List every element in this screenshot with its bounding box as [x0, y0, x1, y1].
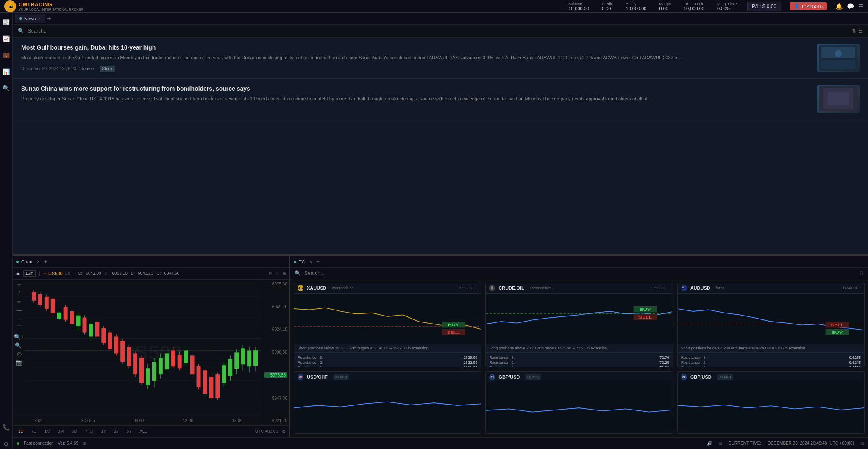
- tc-card-gbpusd2[interactable]: 🇬🇧 GBP/USD 30 MIN: [677, 371, 865, 434]
- chart-config-icon[interactable]: ⚙: [281, 429, 286, 435]
- time-3: 06:00: [134, 419, 144, 423]
- margin-level-value: 0.00%: [717, 6, 730, 11]
- sidebar-phone-icon[interactable]: 📞: [1, 422, 11, 432]
- menu-icon[interactable]: ☰: [858, 3, 864, 10]
- user-badge[interactable]: 👤 61455018: [790, 2, 827, 10]
- svg-text:BUY: BUY: [640, 308, 651, 311]
- news-tab[interactable]: News ×: [15, 14, 45, 23]
- add-tab-button[interactable]: +: [45, 15, 53, 22]
- tf-5y[interactable]: 5Y: [125, 428, 134, 435]
- time-4: 12:00: [183, 419, 193, 423]
- svg-rect-74: [215, 374, 220, 398]
- current-time-label: CURRENT TIME:: [728, 441, 761, 446]
- settings-icon[interactable]: ⊟: [718, 441, 722, 446]
- time-5: 18:00: [232, 419, 242, 423]
- usdchf-icon: 🇺🇸: [298, 374, 303, 380]
- version-icon[interactable]: ⊞: [83, 441, 86, 446]
- sidebar-portfolio-icon[interactable]: 💼: [1, 50, 11, 60]
- chart-settings-icon[interactable]: ⚙: [268, 271, 272, 276]
- filter-icon[interactable]: ☰: [858, 28, 863, 34]
- tc-card-gbpusd[interactable]: 🇬🇧 GBP/USD 30 MIN: [485, 371, 673, 434]
- tf-2y[interactable]: 2Y: [112, 428, 121, 435]
- horizontal-tool[interactable]: —: [17, 307, 22, 313]
- camera-tool[interactable]: 📷: [16, 359, 22, 366]
- tf-6m[interactable]: 6M: [69, 428, 79, 435]
- tf-7d[interactable]: 7D: [29, 428, 39, 435]
- tf-3m[interactable]: 3M: [56, 428, 66, 435]
- svg-rect-38: [101, 328, 106, 343]
- zoom-in-tool[interactable]: 🔍+: [14, 334, 24, 340]
- news-search-input[interactable]: [28, 28, 849, 34]
- tc-card-usdchf[interactable]: 🇺🇸 USD/CHF 30 MIN: [294, 371, 481, 434]
- sidebar-market-icon[interactable]: 📈: [1, 33, 11, 44]
- chart-star-icon[interactable]: ☆: [275, 271, 279, 276]
- indicator-tool[interactable]: ◎: [17, 351, 22, 357]
- sort-icon[interactable]: ⇅: [852, 28, 856, 34]
- tc-card-xauusd[interactable]: Au XAUUSD commodities 17:32 CET: [294, 283, 481, 367]
- chat-icon[interactable]: 💬: [847, 3, 854, 10]
- sidebar-search-icon[interactable]: 🔍: [1, 83, 11, 93]
- tc-dot: [294, 261, 296, 263]
- tc-card-crudeoil[interactable]: 🛢 CRUDE.OIL commodities 17:29 CET: [485, 283, 673, 367]
- tc-search-input[interactable]: [304, 270, 579, 276]
- svg-rect-24: [57, 313, 61, 319]
- chart-candle-icon[interactable]: ☰: [16, 271, 20, 276]
- tf-ytd[interactable]: YTD: [83, 428, 95, 435]
- account-stats: Balance: 10,000.00 Credit: 0.00 Equity: …: [568, 2, 739, 11]
- expand-icon[interactable]: ⊞: [860, 441, 864, 446]
- xauusd-signal: Short positions below 2611.00 with targe…: [294, 344, 481, 353]
- tf-1y[interactable]: 1Y: [99, 428, 108, 435]
- oil-chart: BUY SELL: [486, 294, 672, 344]
- chart-symbol[interactable]: US500: [48, 271, 63, 276]
- news-content-1: Most Gulf bourses gain, Dubai hits 10-ye…: [21, 44, 811, 72]
- svg-text:CM: CM: [8, 5, 13, 9]
- chart-close-icon[interactable]: ×: [37, 259, 40, 265]
- ohlc-high-value: 6053.10: [112, 271, 128, 276]
- price-2: 6049.70: [264, 305, 287, 309]
- tf-all[interactable]: ALL: [137, 428, 149, 435]
- tc-card-audusd[interactable]: 🇦🇺 AUDUSD forex 16:48 CET: [677, 283, 865, 367]
- sidebar-settings-icon[interactable]: ⚙: [1, 439, 11, 449]
- chart-time-axis: 18:00 30 Dec 06:00 12:00 18:00: [13, 416, 262, 425]
- news-tab-close[interactable]: ×: [38, 17, 41, 21]
- oil-signal: Long positions above 70.70 with targets …: [486, 344, 672, 353]
- sidebar-news-icon[interactable]: 📰: [1, 17, 11, 27]
- measure-tool[interactable]: ↔: [17, 316, 22, 322]
- free-margin-value: 10,000.00: [684, 6, 704, 11]
- zoom-out-tool[interactable]: 🔍-: [15, 342, 23, 349]
- status-left: Fast connection Ver: 5.4.69 ⊞: [17, 441, 86, 446]
- sidebar-chart-icon[interactable]: 📊: [1, 67, 11, 77]
- tc-sort-icon[interactable]: ⇅: [860, 270, 864, 276]
- tc-card-header-gbpusd: 🇬🇧 GBP/USD 30 MIN: [486, 372, 672, 382]
- news-tag-1: Stock: [100, 66, 115, 72]
- svg-rect-54: [152, 362, 156, 381]
- tf-1d[interactable]: 1D: [16, 428, 26, 435]
- tc-add-button[interactable]: +: [317, 259, 320, 265]
- trend-line-tool[interactable]: /: [18, 290, 20, 297]
- cursor-tool[interactable]: ✛: [17, 282, 22, 288]
- tf-1m[interactable]: 1M: [42, 428, 53, 435]
- left-sidebar: 📰 📈 💼 📊 🔍 📞 ⚙: [0, 13, 13, 449]
- price-1: 6075.30: [264, 282, 287, 286]
- tc-card-header-xauusd: Au XAUUSD commodities 17:32 CET: [294, 283, 481, 294]
- margin-stat: Margin 0.00: [659, 2, 671, 11]
- svg-text:SELL: SELL: [639, 315, 652, 319]
- draw-tool[interactable]: ✏: [17, 299, 22, 305]
- news-excerpt-1: Most stock markets in the Gulf ended hig…: [21, 54, 811, 61]
- chart-timeframe[interactable]: 15m: [23, 270, 36, 277]
- news-article-1[interactable]: Most Gulf bourses gain, Dubai hits 10-ye…: [13, 38, 868, 79]
- equity-stat: Equity: 10,000.00: [626, 2, 647, 11]
- volume-icon[interactable]: 🔊: [707, 441, 712, 446]
- svg-rect-52: [146, 368, 150, 385]
- chart-toolbar: ☰ 15m | US500 US | O: 6042.00 H: 6053.10: [13, 268, 289, 280]
- news-article-2[interactable]: Sunac China wins more support for restru…: [13, 79, 868, 119]
- thumb-placeholder-2: [817, 85, 860, 113]
- equity-label: Equity:: [626, 2, 638, 6]
- chart-add-button[interactable]: +: [44, 259, 47, 265]
- arc-tool[interactable]: ⌒: [17, 324, 22, 332]
- notification-icon[interactable]: 🔔: [835, 3, 843, 10]
- pnl-display: P/L: $ 0.00: [747, 2, 781, 11]
- top-bar: CM CMTRADING YOUR LOCAL INTERNATIONAL BR…: [0, 0, 868, 13]
- chart-expand-icon[interactable]: ⊞: [283, 271, 286, 276]
- tc-close-icon[interactable]: ×: [309, 259, 312, 265]
